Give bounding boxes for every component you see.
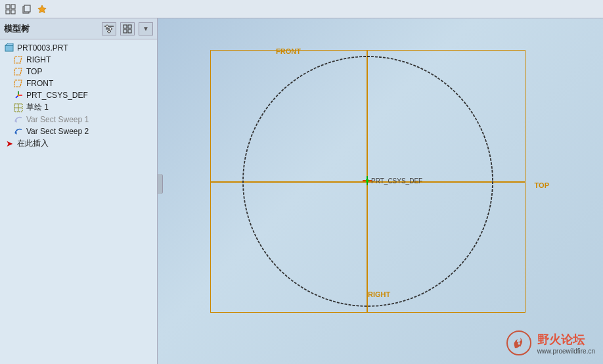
chevron-down-button[interactable]: ▼ (139, 22, 153, 35)
plane-icon-right (13, 55, 24, 65)
center-cross-icon (363, 176, 372, 185)
label-csys: PRT_CSYS_DEF (371, 177, 422, 185)
svg-marker-21 (14, 80, 22, 87)
svg-rect-14 (128, 25, 131, 28)
sweep-icon-1 (13, 114, 24, 125)
sweep-icon-2 (13, 126, 24, 137)
sketch1-label: 草绘 1 (26, 102, 49, 113)
prt0003-label: PRT0003.PRT (17, 43, 68, 53)
tree-item-varsectsweep2[interactable]: Var Sect Sweep 2 (0, 125, 157, 137)
tree-item-varsectsweep1[interactable]: Var Sect Sweep 1 (0, 114, 157, 125)
tree-item-top[interactable]: TOP (0, 66, 157, 78)
varsectsweep1-label: Var Sect Sweep 1 (26, 115, 89, 124)
top-bar (0, 0, 603, 18)
grid-icon[interactable] (4, 3, 17, 16)
top-label: TOP (26, 67, 42, 76)
svg-rect-32 (366, 179, 368, 182)
sidebar-toolbar: 模型树 ▼ (0, 18, 157, 39)
tree-item-prt0003[interactable]: PRT0003.PRT (0, 42, 157, 54)
csys-icon (13, 90, 24, 101)
watermark-url: www.proewildfire.cn (537, 348, 595, 355)
star-icon[interactable] (35, 3, 49, 16)
csys-label: PRT_CSYS_DEF (26, 91, 88, 100)
tree-item-right[interactable]: RIGHT (0, 54, 157, 66)
plane-icon-front (13, 78, 24, 89)
svg-rect-1 (11, 5, 15, 9)
watermark-text: 野火论坛 www.proewildfire.cn (537, 332, 595, 355)
tree-item-insert-here[interactable]: ➤ 在此插入 (0, 137, 157, 150)
right-label: RIGHT (26, 55, 51, 64)
front-label: FRONT (26, 79, 53, 88)
svg-marker-6 (38, 5, 46, 13)
label-top: TOP (535, 181, 549, 189)
svg-rect-2 (6, 10, 10, 14)
svg-rect-15 (123, 30, 127, 33)
svg-marker-18 (5, 43, 13, 45)
svg-point-12 (108, 30, 110, 33)
insert-here-label: 在此插入 (17, 138, 49, 149)
sidebar-title: 模型树 (4, 23, 98, 35)
svg-rect-3 (11, 10, 15, 14)
svg-point-11 (109, 28, 112, 30)
watermark-logo-icon (506, 330, 532, 356)
viewport[interactable]: FRONT TOP RIGHT PRT_CSYS_DEF (158, 18, 603, 364)
part-icon (4, 43, 14, 53)
svg-marker-19 (14, 57, 22, 63)
svg-point-10 (106, 25, 108, 28)
svg-rect-13 (123, 25, 127, 28)
watermark: 野火论坛 www.proewildfire.cn (506, 330, 595, 356)
tree-item-sketch1[interactable]: 草绘 1 (0, 101, 157, 114)
svg-rect-17 (5, 45, 13, 51)
insert-arrow-icon: ➤ (4, 139, 14, 149)
copy-icon[interactable] (20, 3, 33, 16)
svg-rect-16 (128, 30, 131, 33)
svg-marker-20 (14, 68, 22, 75)
svg-rect-0 (6, 5, 10, 9)
watermark-brand-forum: 论坛 (561, 333, 585, 346)
plane-icon-top (13, 66, 24, 77)
settings-button[interactable] (120, 22, 135, 35)
sidebar: 模型树 ▼ (0, 18, 158, 364)
drag-handle[interactable] (158, 174, 163, 194)
tree-area: PRT0003.PRT RIGHT TOP (0, 39, 157, 364)
varsectsweep2-label: Var Sect Sweep 2 (26, 127, 89, 136)
tree-item-front[interactable]: FRONT (0, 78, 157, 89)
sketch-icon (13, 102, 24, 113)
svg-rect-5 (24, 5, 30, 12)
tree-item-csys[interactable]: PRT_CSYS_DEF (0, 89, 157, 101)
svg-point-33 (507, 331, 531, 355)
watermark-brand: 野火论坛 (537, 332, 585, 348)
filter-button[interactable] (102, 22, 116, 35)
svg-point-25 (18, 95, 20, 97)
watermark-brand-fire: 野火 (537, 333, 561, 346)
main-layout: 模型树 ▼ (0, 18, 603, 364)
